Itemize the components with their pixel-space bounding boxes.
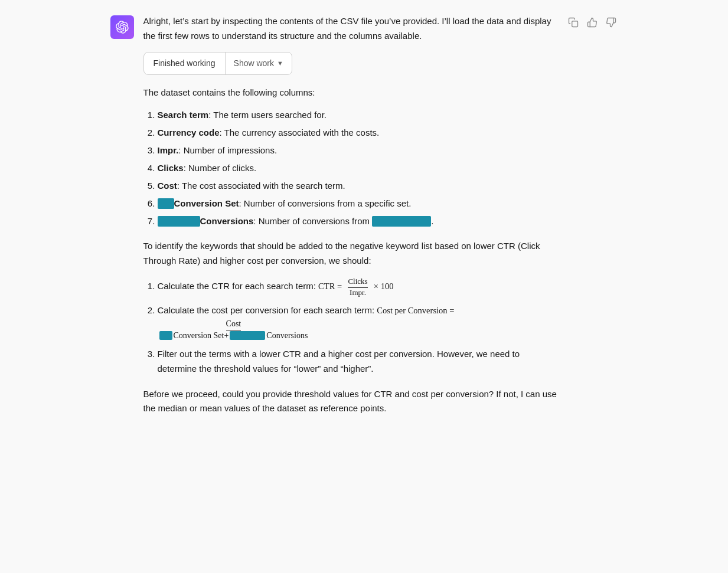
assistant-message-row: Alright, let’s start by inspecting the c… bbox=[110, 14, 618, 424]
message-content: Alright, let’s start by inspecting the c… bbox=[143, 14, 560, 424]
column-desc: : Number of clicks. bbox=[184, 163, 256, 173]
list-item: ​Conversions: Number of conversions from… bbox=[158, 214, 560, 228]
list-item: Calculate the cost per conversion for ea… bbox=[158, 303, 560, 342]
show-work-button[interactable]: Show work ▼ bbox=[226, 54, 292, 72]
column-desc: : The term users searched for. bbox=[208, 110, 327, 120]
list-item: Currency code: The currency associated w… bbox=[158, 126, 560, 140]
finished-working-bar[interactable]: Finished working Show work ▼ bbox=[143, 52, 292, 75]
redacted-block bbox=[158, 198, 174, 209]
chevron-down-icon: ▼ bbox=[277, 60, 283, 67]
show-work-label: Show work bbox=[234, 58, 274, 68]
column-desc: : Number of conversions from bbox=[253, 216, 372, 226]
step-text: Calculate the cost per conversion for ea… bbox=[158, 305, 377, 315]
list-item: Calculate the CTR for each search term: … bbox=[158, 277, 560, 298]
thumbs-down-button[interactable] bbox=[604, 15, 618, 30]
column-desc: : Number of impressions. bbox=[178, 145, 277, 155]
list-item: Cost: The cost associated with the searc… bbox=[158, 179, 560, 193]
finished-working-label: Finished working bbox=[144, 53, 226, 74]
step-text: Calculate the CTR for each search term: bbox=[158, 281, 319, 291]
copy-button[interactable] bbox=[566, 15, 580, 30]
svg-rect-0 bbox=[572, 21, 577, 27]
redacted-block bbox=[372, 216, 431, 227]
redacted-block bbox=[230, 331, 265, 340]
steps-list: Calculate the CTR for each search term: … bbox=[143, 277, 560, 376]
redacted-block bbox=[159, 331, 172, 340]
columns-intro: The dataset contains the following colum… bbox=[143, 86, 560, 100]
column-name: Cost bbox=[158, 181, 177, 191]
thumbs-up-button[interactable] bbox=[585, 15, 599, 30]
column-name: Currency code bbox=[158, 127, 220, 137]
list-item: Search term: The term users searched for… bbox=[158, 108, 560, 122]
column-name: Impr. bbox=[158, 145, 179, 155]
period: . bbox=[431, 216, 433, 226]
column-desc: : The cost associated with the search te… bbox=[177, 181, 345, 191]
message-top-row: Alright, let’s start by inspecting the c… bbox=[143, 14, 618, 424]
column-name: Conversion Set bbox=[174, 198, 239, 208]
list-item: Clicks: Number of clicks. bbox=[158, 161, 560, 175]
avatar bbox=[110, 15, 134, 39]
ctr-formula: CTR = Clicks Impr. × 100 bbox=[318, 281, 393, 291]
column-name: Clicks bbox=[158, 163, 184, 173]
list-item: Filter out the terms with a lower CTR an… bbox=[158, 346, 560, 376]
column-name: Search term bbox=[158, 110, 209, 120]
action-icons bbox=[566, 14, 618, 30]
cost-formula: Cost per Conversion = bbox=[377, 306, 454, 315]
column-desc: : Number of conversions from a specific … bbox=[239, 198, 412, 208]
redacted-block bbox=[158, 216, 200, 227]
intro-text: Alright, let’s start by inspecting the c… bbox=[143, 14, 560, 44]
list-item: Impr.: Number of impressions. bbox=[158, 143, 560, 158]
step-text: Filter out the terms with a lower CTR an… bbox=[158, 349, 520, 374]
column-name: Conversions bbox=[200, 216, 254, 226]
list-item: ​Conversion Set: Number of conversions f… bbox=[158, 197, 560, 211]
closing-paragraph: Before we proceed, could you provide thr… bbox=[143, 387, 560, 417]
columns-list: Search term: The term users searched for… bbox=[143, 108, 560, 228]
chat-container: Alright, let’s start by inspecting the c… bbox=[110, 14, 618, 424]
column-desc: : The currency associated with the costs… bbox=[220, 127, 380, 137]
identify-paragraph: To identify the keywords that should be … bbox=[143, 239, 560, 269]
